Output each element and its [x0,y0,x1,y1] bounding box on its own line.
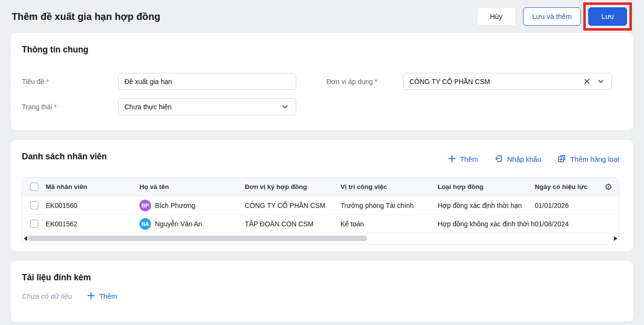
general-info-title: Thông tin chung [22,45,88,55]
scroll-right-arrow[interactable] [614,236,617,241]
employee-table: Mã nhân viên Họ và tên Đơn vị ký hợp đồn… [22,177,619,245]
column-header-name: Họ và tên [139,178,245,196]
column-header-unit: Đơn vị ký hợp đồng [245,178,340,196]
chevron-down-icon[interactable] [280,105,290,109]
add-employee-button[interactable]: Thêm [448,155,478,164]
page: Thêm đề xuất gia hạn hợp đồng Hủy Lưu và… [0,0,644,325]
employee-name-cell: BPBích Phương [139,196,245,215]
import-button[interactable]: Nhập khẩu [494,154,541,164]
attachments-section: Tài liệu đính kèm Chưa có dữ liệu Thêm [11,261,633,322]
attachments-title: Tài liệu đính kèm [22,273,91,283]
applied-unit-value: CÔNG TY CỔ PHẦN CSM [409,78,582,86]
employee-list-title: Danh sách nhân viên [22,152,107,162]
position-cell: Trưởng phòng Tài chính [340,196,438,215]
table-header-row: Mã nhân viên Họ và tên Đơn vị ký hợp đồn… [22,178,619,196]
topbar-actions: Hủy Lưu và thêm Lưu [477,7,632,26]
scroll-left-arrow[interactable] [24,236,27,241]
effective-date-cell: 01/08/2024 [535,215,598,233]
contract-type-cell: Hợp đồng xác định thời hạn [438,196,535,215]
contract-type-cell: Hợp đồng không xác định thời hạn [438,215,535,233]
row-checkbox[interactable] [30,220,38,228]
add-attachment-button[interactable]: Thêm [87,292,117,301]
employee-name-cell: NANguyễn Văn An [139,215,245,233]
plus-icon [448,155,456,164]
row-checkbox[interactable] [30,201,38,209]
copy-plus-icon [558,154,566,164]
required-asterisk: * [54,103,57,111]
scrollbar-thumb[interactable] [28,236,367,241]
column-header-code: Mã nhân viên [46,178,139,196]
position-cell: Kế toán [340,215,438,233]
avatar: BP [139,200,151,211]
cancel-button[interactable]: Hủy [477,7,516,26]
table-row: EK001560 BPBích Phương CÔNG TY CỔ PHẦN C… [22,196,619,215]
employee-list-actions: Thêm Nhập khẩu Thêm hàng loạt [448,154,619,164]
unit-cell: TẬP ĐOÀN CON CSM [245,215,340,233]
title-field-label: Tiêu đề * [22,73,49,90]
effective-date-cell: 01/01/2026 [535,196,598,215]
column-header-effective-date: Ngày có hiệu lực [535,178,598,196]
status-value: Chưa thực hiện [124,103,280,111]
column-header-contract-type: Loại hợp đồng [438,178,535,196]
status-field-label: Trạng thái * [22,98,57,115]
table-settings-gear-icon[interactable]: ⚙ [604,182,612,192]
required-asterisk: * [46,78,49,86]
general-info-section: Thông tin chung Tiêu đề * Đơn vị áp dụng… [11,33,633,130]
top-bar: Thêm đề xuất gia hạn hợp đồng Hủy Lưu và… [0,0,644,33]
title-input[interactable] [118,73,296,90]
employee-code-cell: EK001560 [46,196,139,215]
clear-icon[interactable] [582,78,592,85]
unit-cell: CÔNG TY CỔ PHẦN CSM [245,196,340,215]
save-button-wrapper: Lưu [588,7,627,26]
select-all-checkbox[interactable] [30,183,38,191]
status-select[interactable]: Chưa thực hiện [118,98,296,115]
applied-unit-field-label: Đơn vị áp dụng * [326,73,377,90]
save-and-add-button[interactable]: Lưu và thêm [523,7,581,26]
column-header-position: Vị trí công việc [340,178,438,196]
import-icon [494,154,503,164]
empty-state-text: Chưa có dữ liệu [22,292,72,300]
chevron-down-icon[interactable] [596,80,606,84]
page-title: Thêm đề xuất gia hạn hợp đồng [12,11,160,22]
bulk-add-button[interactable]: Thêm hàng loạt [558,154,619,164]
employee-code-cell: EK001562 [46,215,139,233]
table-row: EK001562 NANguyễn Văn An TẬP ĐOÀN CON CS… [22,215,619,233]
required-asterisk: * [375,78,377,86]
save-button[interactable]: Lưu [588,7,627,26]
employee-list-section: Danh sách nhân viên Thêm Nhập khẩu Thêm … [11,140,633,251]
avatar: NA [139,218,151,230]
horizontal-scrollbar[interactable] [22,233,619,244]
plus-icon [87,292,95,301]
applied-unit-select[interactable]: CÔNG TY CỔ PHẦN CSM [403,73,612,90]
